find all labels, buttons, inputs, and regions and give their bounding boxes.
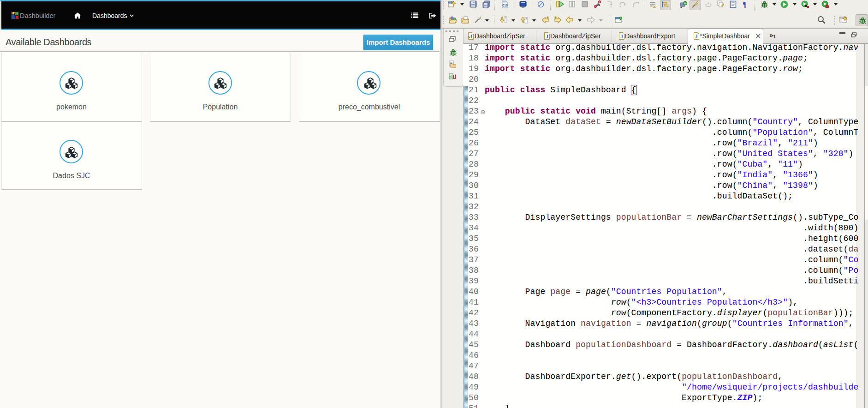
svg-text:J: J bbox=[470, 33, 472, 40]
svg-text:J: J bbox=[620, 33, 623, 40]
svg-text:J: J bbox=[546, 33, 548, 40]
svg-text:010: 010 bbox=[502, 4, 508, 7]
svg-text:J: J bbox=[695, 33, 698, 40]
